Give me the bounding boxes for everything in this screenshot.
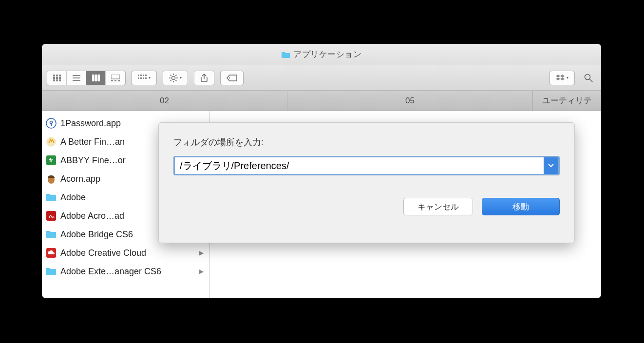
go-button[interactable]: 移動 <box>482 198 560 215</box>
svg-rect-19 <box>138 75 139 76</box>
share-icon <box>200 74 208 82</box>
app-icon-acrobat <box>46 210 57 221</box>
svg-point-37 <box>585 74 590 79</box>
svg-rect-41 <box>51 123 52 126</box>
svg-rect-11 <box>73 80 80 81</box>
app-icon-cc <box>46 248 57 258</box>
folder-icon <box>46 266 57 277</box>
tab-02[interactable]: 02 <box>42 91 287 111</box>
svg-rect-17 <box>114 80 116 81</box>
svg-text:fr: fr <box>49 157 54 163</box>
tab-utilities[interactable]: ユーティリテ <box>533 91 601 111</box>
chevron-down-icon: ▾ <box>149 76 151 80</box>
disclosure-icon: ▶ <box>199 268 204 275</box>
svg-rect-7 <box>56 79 58 81</box>
svg-rect-18 <box>118 80 120 81</box>
folder-icon <box>46 192 57 203</box>
window-title: アプリケーション <box>293 49 361 60</box>
folder-path-combo <box>173 156 560 175</box>
svg-point-42 <box>46 137 56 147</box>
app-icon-abetter <box>46 136 57 147</box>
file-name: Adobe Exte…anager CS6 <box>60 267 195 277</box>
chevron-down-icon <box>548 164 554 168</box>
cancel-button[interactable]: キャンセル <box>403 198 473 215</box>
search-icon <box>584 74 593 82</box>
svg-rect-24 <box>140 77 142 79</box>
dropbox-icon <box>556 75 565 81</box>
svg-line-38 <box>590 79 593 82</box>
svg-line-35 <box>170 80 171 81</box>
view-column-button[interactable] <box>86 71 106 85</box>
svg-rect-13 <box>95 75 97 81</box>
action-button[interactable]: ▾ <box>163 71 188 85</box>
svg-rect-10 <box>73 77 80 78</box>
view-gallery-button[interactable] <box>106 71 125 85</box>
disclosure-icon: ▶ <box>199 249 204 256</box>
app-icon-abbyy: fr <box>46 155 57 166</box>
gear-icon <box>169 74 178 82</box>
svg-line-32 <box>170 75 171 76</box>
goto-folder-dialog: フォルダの場所を入力: キャンセル 移動 <box>158 122 575 243</box>
chevron-down-icon: ▾ <box>180 76 182 80</box>
view-mode-segment <box>47 71 126 85</box>
svg-rect-15 <box>111 75 120 79</box>
dialog-label: フォルダの場所を入力: <box>173 136 560 148</box>
app-icon-1password <box>46 118 57 129</box>
svg-rect-3 <box>53 77 55 79</box>
file-item[interactable]: Adobe Creative Cloud ▶ <box>42 244 209 262</box>
tab-05[interactable]: 05 <box>287 91 533 111</box>
svg-rect-8 <box>59 79 61 81</box>
dropdown-arrow-button[interactable] <box>544 157 558 174</box>
svg-rect-2 <box>59 75 61 76</box>
titlebar: アプリケーション <box>42 44 601 65</box>
view-list-button[interactable] <box>67 71 86 85</box>
svg-rect-6 <box>53 79 55 81</box>
svg-line-34 <box>175 75 176 76</box>
svg-rect-22 <box>145 75 147 76</box>
dropbox-button[interactable]: ▾ <box>549 71 575 85</box>
svg-rect-16 <box>111 80 113 81</box>
folder-icon <box>46 229 57 240</box>
svg-rect-5 <box>59 77 61 79</box>
svg-rect-23 <box>138 77 139 79</box>
app-icon-acorn <box>46 173 57 184</box>
search-button[interactable] <box>581 71 596 85</box>
svg-rect-21 <box>143 75 144 76</box>
toolbar: ▾ ▾ ▾ <box>42 65 601 91</box>
folder-icon <box>282 51 290 58</box>
svg-rect-1 <box>56 75 58 76</box>
svg-point-36 <box>229 77 230 78</box>
svg-line-33 <box>175 80 176 81</box>
file-name: Adobe Creative Cloud <box>60 248 195 258</box>
svg-rect-0 <box>53 75 55 76</box>
folder-path-input[interactable] <box>175 157 544 174</box>
svg-rect-25 <box>143 77 144 79</box>
tags-button[interactable] <box>220 71 244 85</box>
svg-rect-26 <box>145 77 147 79</box>
svg-rect-12 <box>92 75 94 81</box>
svg-rect-20 <box>140 75 142 76</box>
file-item[interactable]: Adobe Exte…anager CS6 ▶ <box>42 262 209 281</box>
svg-rect-9 <box>73 75 80 76</box>
group-by-button[interactable]: ▾ <box>132 71 157 85</box>
svg-rect-4 <box>56 77 58 79</box>
tab-bar: 02 05 ユーティリテ <box>42 91 601 111</box>
share-button[interactable] <box>194 71 214 85</box>
tag-icon <box>227 75 237 81</box>
chevron-down-icon: ▾ <box>567 76 568 80</box>
svg-point-27 <box>172 76 175 79</box>
svg-rect-14 <box>98 75 100 81</box>
view-icon-button[interactable] <box>47 71 67 85</box>
